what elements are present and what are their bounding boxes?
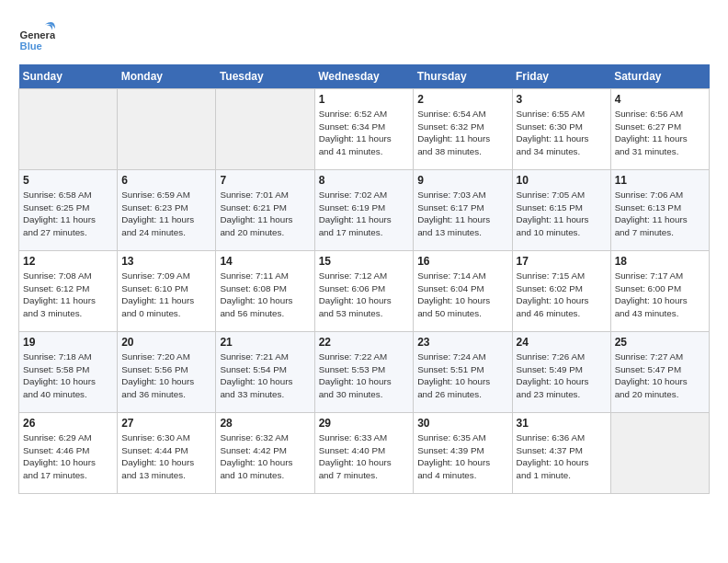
logo-icon: General Blue xyxy=(18,18,55,55)
day-info: Sunrise: 6:54 AM Sunset: 6:32 PM Dayligh… xyxy=(417,108,507,158)
calendar-cell: 25Sunrise: 7:27 AM Sunset: 5:47 PM Dayli… xyxy=(610,332,709,413)
day-info: Sunrise: 7:21 AM Sunset: 5:54 PM Dayligh… xyxy=(220,350,310,401)
day-info: Sunrise: 6:35 AM Sunset: 4:39 PM Dayligh… xyxy=(417,431,507,482)
day-number: 5 xyxy=(23,174,113,187)
page-header: General Blue xyxy=(18,18,710,55)
day-number: 31 xyxy=(517,417,607,430)
calendar-cell xyxy=(118,89,216,170)
day-number: 20 xyxy=(121,336,211,349)
day-info: Sunrise: 6:29 AM Sunset: 4:46 PM Dayligh… xyxy=(23,431,113,482)
day-number: 30 xyxy=(417,417,507,430)
day-number: 16 xyxy=(417,255,507,268)
calendar-cell: 5Sunrise: 6:58 AM Sunset: 6:25 PM Daylig… xyxy=(19,170,118,251)
day-number: 11 xyxy=(615,174,705,187)
day-info: Sunrise: 6:56 AM Sunset: 6:27 PM Dayligh… xyxy=(615,108,705,158)
day-info: Sunrise: 7:17 AM Sunset: 6:00 PM Dayligh… xyxy=(615,270,705,320)
day-info: Sunrise: 6:36 AM Sunset: 4:37 PM Dayligh… xyxy=(517,431,607,482)
calendar-cell: 3Sunrise: 6:55 AM Sunset: 6:30 PM Daylig… xyxy=(512,89,610,170)
calendar-cell: 10Sunrise: 7:05 AM Sunset: 6:15 PM Dayli… xyxy=(512,170,610,251)
day-info: Sunrise: 7:09 AM Sunset: 6:10 PM Dayligh… xyxy=(121,270,211,320)
calendar-cell: 14Sunrise: 7:11 AM Sunset: 6:08 PM Dayli… xyxy=(216,251,314,332)
calendar-cell xyxy=(610,413,709,494)
calendar-week-row: 1Sunrise: 6:52 AM Sunset: 6:34 PM Daylig… xyxy=(19,89,710,170)
day-number: 27 xyxy=(121,417,211,430)
day-number: 2 xyxy=(417,93,507,106)
calendar-cell: 27Sunrise: 6:30 AM Sunset: 4:44 PM Dayli… xyxy=(118,413,216,494)
day-number: 12 xyxy=(23,255,113,268)
calendar-cell: 22Sunrise: 7:22 AM Sunset: 5:53 PM Dayli… xyxy=(314,332,414,413)
day-number: 21 xyxy=(220,336,310,349)
calendar-cell: 13Sunrise: 7:09 AM Sunset: 6:10 PM Dayli… xyxy=(118,251,216,332)
calendar-cell: 23Sunrise: 7:24 AM Sunset: 5:51 PM Dayli… xyxy=(414,332,512,413)
day-number: 4 xyxy=(615,93,705,106)
day-info: Sunrise: 6:55 AM Sunset: 6:30 PM Dayligh… xyxy=(517,108,607,158)
calendar-header-row: SundayMondayTuesdayWednesdayThursdayFrid… xyxy=(19,64,710,89)
day-info: Sunrise: 7:02 AM Sunset: 6:19 PM Dayligh… xyxy=(319,189,410,239)
day-info: Sunrise: 7:06 AM Sunset: 6:13 PM Dayligh… xyxy=(615,189,705,239)
weekday-header: Friday xyxy=(512,64,610,89)
day-info: Sunrise: 7:01 AM Sunset: 6:21 PM Dayligh… xyxy=(220,189,310,239)
day-number: 1 xyxy=(319,93,410,106)
day-number: 3 xyxy=(517,93,607,106)
day-number: 29 xyxy=(319,417,410,430)
calendar-week-row: 26Sunrise: 6:29 AM Sunset: 4:46 PM Dayli… xyxy=(19,413,710,494)
calendar-cell: 24Sunrise: 7:26 AM Sunset: 5:49 PM Dayli… xyxy=(512,332,610,413)
calendar-week-row: 19Sunrise: 7:18 AM Sunset: 5:58 PM Dayli… xyxy=(19,332,710,413)
calendar-cell: 8Sunrise: 7:02 AM Sunset: 6:19 PM Daylig… xyxy=(314,170,414,251)
calendar-cell: 31Sunrise: 6:36 AM Sunset: 4:37 PM Dayli… xyxy=(512,413,610,494)
calendar-cell: 21Sunrise: 7:21 AM Sunset: 5:54 PM Dayli… xyxy=(216,332,314,413)
day-info: Sunrise: 7:26 AM Sunset: 5:49 PM Dayligh… xyxy=(517,350,607,401)
day-info: Sunrise: 7:27 AM Sunset: 5:47 PM Dayligh… xyxy=(615,350,705,401)
day-info: Sunrise: 7:03 AM Sunset: 6:17 PM Dayligh… xyxy=(417,189,507,239)
calendar-cell: 11Sunrise: 7:06 AM Sunset: 6:13 PM Dayli… xyxy=(610,170,709,251)
calendar-cell: 20Sunrise: 7:20 AM Sunset: 5:56 PM Dayli… xyxy=(118,332,216,413)
calendar-cell: 4Sunrise: 6:56 AM Sunset: 6:27 PM Daylig… xyxy=(610,89,709,170)
logo: General Blue xyxy=(18,18,59,55)
day-info: Sunrise: 6:52 AM Sunset: 6:34 PM Dayligh… xyxy=(319,108,410,158)
day-info: Sunrise: 6:32 AM Sunset: 4:42 PM Dayligh… xyxy=(220,431,310,482)
day-info: Sunrise: 7:15 AM Sunset: 6:02 PM Dayligh… xyxy=(517,270,607,320)
weekday-header: Tuesday xyxy=(216,64,314,89)
day-number: 22 xyxy=(319,336,410,349)
calendar-week-row: 12Sunrise: 7:08 AM Sunset: 6:12 PM Dayli… xyxy=(19,251,710,332)
day-number: 17 xyxy=(517,255,607,268)
day-info: Sunrise: 6:59 AM Sunset: 6:23 PM Dayligh… xyxy=(121,189,211,239)
day-info: Sunrise: 7:12 AM Sunset: 6:06 PM Dayligh… xyxy=(319,270,410,320)
calendar-cell: 26Sunrise: 6:29 AM Sunset: 4:46 PM Dayli… xyxy=(19,413,118,494)
calendar-cell: 1Sunrise: 6:52 AM Sunset: 6:34 PM Daylig… xyxy=(314,89,414,170)
calendar-cell: 9Sunrise: 7:03 AM Sunset: 6:17 PM Daylig… xyxy=(414,170,512,251)
day-number: 13 xyxy=(121,255,211,268)
day-number: 7 xyxy=(220,174,310,187)
calendar-cell xyxy=(216,89,314,170)
day-info: Sunrise: 7:08 AM Sunset: 6:12 PM Dayligh… xyxy=(23,270,113,320)
calendar-cell: 18Sunrise: 7:17 AM Sunset: 6:00 PM Dayli… xyxy=(610,251,709,332)
calendar-cell: 16Sunrise: 7:14 AM Sunset: 6:04 PM Dayli… xyxy=(414,251,512,332)
calendar-cell: 12Sunrise: 7:08 AM Sunset: 6:12 PM Dayli… xyxy=(19,251,118,332)
day-info: Sunrise: 7:24 AM Sunset: 5:51 PM Dayligh… xyxy=(417,350,507,401)
weekday-header: Thursday xyxy=(414,64,512,89)
calendar-table: SundayMondayTuesdayWednesdayThursdayFrid… xyxy=(18,64,710,494)
day-number: 25 xyxy=(615,336,705,349)
calendar-cell xyxy=(19,89,118,170)
day-info: Sunrise: 7:22 AM Sunset: 5:53 PM Dayligh… xyxy=(319,350,410,401)
svg-text:Blue: Blue xyxy=(20,40,42,52)
calendar-cell: 7Sunrise: 7:01 AM Sunset: 6:21 PM Daylig… xyxy=(216,170,314,251)
calendar-cell: 17Sunrise: 7:15 AM Sunset: 6:02 PM Dayli… xyxy=(512,251,610,332)
day-info: Sunrise: 7:05 AM Sunset: 6:15 PM Dayligh… xyxy=(517,189,607,239)
day-number: 10 xyxy=(517,174,607,187)
day-number: 14 xyxy=(220,255,310,268)
weekday-header: Monday xyxy=(118,64,216,89)
calendar-cell: 2Sunrise: 6:54 AM Sunset: 6:32 PM Daylig… xyxy=(414,89,512,170)
calendar-cell: 30Sunrise: 6:35 AM Sunset: 4:39 PM Dayli… xyxy=(414,413,512,494)
day-number: 18 xyxy=(615,255,705,268)
calendar-cell: 19Sunrise: 7:18 AM Sunset: 5:58 PM Dayli… xyxy=(19,332,118,413)
day-number: 9 xyxy=(417,174,507,187)
svg-text:General: General xyxy=(20,29,55,40)
day-number: 15 xyxy=(319,255,410,268)
weekday-header: Wednesday xyxy=(314,64,414,89)
weekday-header: Sunday xyxy=(19,64,118,89)
day-number: 28 xyxy=(220,417,310,430)
calendar-cell: 28Sunrise: 6:32 AM Sunset: 4:42 PM Dayli… xyxy=(216,413,314,494)
calendar-cell: 29Sunrise: 6:33 AM Sunset: 4:40 PM Dayli… xyxy=(314,413,414,494)
day-number: 24 xyxy=(517,336,607,349)
